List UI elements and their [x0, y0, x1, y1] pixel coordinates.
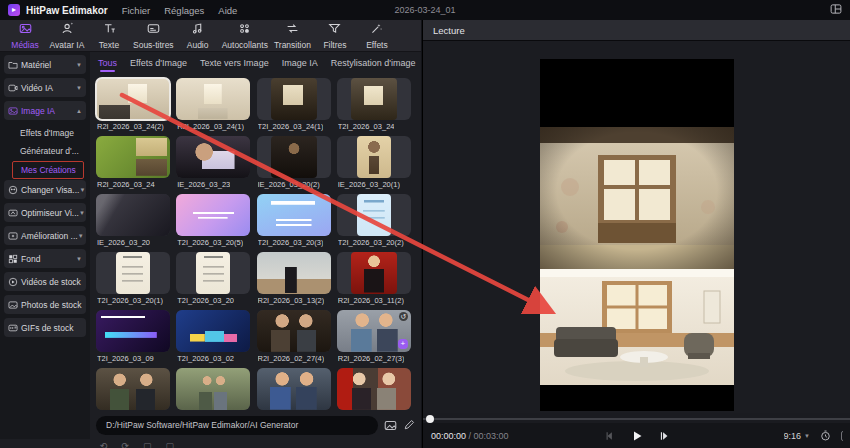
- sidebar-item-label: Image IA: [21, 106, 55, 116]
- thumbnail[interactable]: [257, 78, 331, 120]
- menu-reglages[interactable]: Réglages: [164, 5, 204, 16]
- thumbnail[interactable]: [257, 252, 331, 294]
- filter-tab-image-ia[interactable]: Image IA: [282, 58, 318, 68]
- tab-filtres[interactable]: Filtres: [314, 20, 356, 52]
- filter-tab-restylisation[interactable]: Restylisation d'image: [331, 58, 416, 68]
- tab-audio[interactable]: Audio: [177, 20, 219, 52]
- duration-icon[interactable]: [820, 430, 831, 441]
- tab-autocollants[interactable]: Autocollants: [219, 20, 271, 52]
- thumbnail[interactable]: [96, 252, 170, 294]
- play-icon[interactable]: [631, 430, 643, 442]
- tab-transition[interactable]: Transition: [271, 20, 314, 52]
- clipped-icon: ▢: [166, 439, 175, 448]
- creations-grid: R2I_2026_03_24(2) R2I_2026_03_24(1) T2I_…: [90, 76, 421, 412]
- thumbnail[interactable]: [337, 310, 411, 352]
- sidebar-child-generateur[interactable]: Générateur d'...: [4, 142, 86, 160]
- face-icon: [8, 185, 18, 195]
- thumbnail[interactable]: [176, 252, 250, 294]
- thumbnail[interactable]: [337, 194, 411, 236]
- effects-icon: [370, 21, 383, 39]
- menu-aide[interactable]: Aide: [218, 5, 237, 16]
- tab-avatar-ia[interactable]: Avatar IA: [46, 20, 88, 52]
- thumbnail[interactable]: [337, 136, 411, 178]
- slider-track[interactable]: [423, 418, 850, 420]
- sidebar-item-videos-stock[interactable]: Vidéos de stock: [4, 272, 86, 291]
- thumbnail[interactable]: [96, 368, 170, 410]
- tab-sous-titres[interactable]: Sous-titres: [130, 20, 177, 52]
- thumbnail[interactable]: [176, 310, 250, 352]
- thumbnail-label: IE_2026_03_20(2): [258, 180, 320, 189]
- thumbnail-selected[interactable]: [96, 78, 170, 120]
- thumbnail[interactable]: [337, 78, 411, 120]
- tab-label: Sous-titres: [133, 40, 174, 50]
- filter-tab-tous[interactable]: Tous: [98, 58, 117, 68]
- thumbnail[interactable]: [337, 252, 411, 294]
- aspect-ratio-select[interactable]: 9:16 ▼: [784, 431, 810, 441]
- thumbnail-label: R2I_2026_02_27(4): [258, 354, 325, 363]
- sidebar-child-effets-dimage[interactable]: Effets d'Image: [4, 124, 86, 142]
- previous-frame-icon[interactable]: [605, 431, 615, 441]
- time-display: 00:00:00 / 00:03:00: [431, 431, 509, 441]
- thumbnail[interactable]: [257, 310, 331, 352]
- avatar-icon: [61, 21, 74, 39]
- thumbnail-label: R2I_2026_03_24: [97, 180, 155, 189]
- thumbnail[interactable]: [96, 194, 170, 236]
- thumbnail[interactable]: [176, 136, 250, 178]
- thumbnail-label: IE_2026_03_20: [97, 238, 150, 247]
- ai-generator-path-input[interactable]: [96, 416, 378, 435]
- titlebar: ▸ HitPaw Edimakor Fichier Réglages Aide …: [0, 0, 850, 20]
- thumbnail[interactable]: [337, 368, 411, 410]
- thumbnail-label: R2I_2026_03_24(2): [97, 122, 164, 131]
- thumbnail[interactable]: [257, 368, 331, 410]
- current-time: 00:00:00: [431, 431, 466, 441]
- tab-texte[interactable]: Texte: [88, 20, 130, 52]
- playback-slider[interactable]: [423, 415, 850, 423]
- edit-pen-icon[interactable]: [403, 419, 415, 431]
- sidebar-child-mes-creations[interactable]: Mes Créations: [12, 161, 84, 179]
- preview-video[interactable]: [540, 59, 734, 411]
- sidebar-item-label: GIFs de stock: [21, 323, 73, 333]
- path-bar: [92, 412, 419, 438]
- grid-item: R2I_2026_03_13(2): [257, 252, 336, 308]
- sidebar-item-materiel[interactable]: Matériel▼: [4, 55, 86, 74]
- background-icon: [8, 254, 18, 264]
- playback-controls: 00:00:00 / 00:03:00 9:16 ▼: [423, 423, 850, 448]
- next-frame-icon[interactable]: [659, 431, 669, 441]
- thumbnail[interactable]: [257, 194, 331, 236]
- sidebar-item-changer-visage[interactable]: Changer Visa...▼: [4, 180, 86, 199]
- sidebar-item-label: Vidéos de stock: [21, 277, 81, 287]
- grid-item: R2I_2026_03_24: [96, 136, 175, 192]
- tab-label: Transition: [274, 40, 311, 50]
- thumbnail[interactable]: [176, 194, 250, 236]
- filter-tab-effets-dimage[interactable]: Effets d'Image: [130, 58, 187, 68]
- menu-fichier[interactable]: Fichier: [122, 5, 151, 16]
- filter-tab-texte-vers-image[interactable]: Texte vers Image: [200, 58, 269, 68]
- grid-item: T2I_2026_03_20(2): [337, 194, 416, 250]
- thumbnail[interactable]: [176, 78, 250, 120]
- thumbnail[interactable]: [176, 368, 250, 410]
- stock-video-icon: [8, 277, 18, 287]
- sidebar-item-video-ia[interactable]: Vidéo IA▼: [4, 78, 86, 97]
- stickers-icon: [238, 21, 251, 39]
- tab-effets[interactable]: Effets: [356, 20, 398, 52]
- layout-panels-icon[interactable]: [830, 1, 842, 19]
- sidebar-item-photos-stock[interactable]: Photos de stock: [4, 295, 86, 314]
- audio-icon: [191, 21, 204, 39]
- time-separator: /: [469, 431, 472, 441]
- subtitles-icon: [147, 21, 160, 39]
- sidebar-item-optimiseur[interactable]: Optimiseur Vi...▼: [4, 203, 86, 222]
- sidebar-item-fond[interactable]: Fond▼: [4, 249, 86, 268]
- clipped-icon: ▢: [143, 439, 152, 448]
- thumbnail[interactable]: [96, 310, 170, 352]
- sidebar-item-image-ia[interactable]: Image IA▲: [4, 101, 86, 120]
- sidebar-item-gifs-stock[interactable]: GIFs de stock: [4, 318, 86, 337]
- preview-title: Lecture: [433, 25, 465, 36]
- thumbnail[interactable]: [96, 136, 170, 178]
- sidebar-item-amelioration[interactable]: Amélioration ...▼: [4, 226, 86, 245]
- slider-knob[interactable]: [426, 415, 434, 423]
- tab-medias[interactable]: Médias: [4, 20, 46, 52]
- image-icon[interactable]: [384, 419, 397, 432]
- clipped-icon: [841, 431, 843, 441]
- thumbnail-label: T2I_2026_03_24: [338, 122, 395, 131]
- thumbnail[interactable]: [257, 136, 331, 178]
